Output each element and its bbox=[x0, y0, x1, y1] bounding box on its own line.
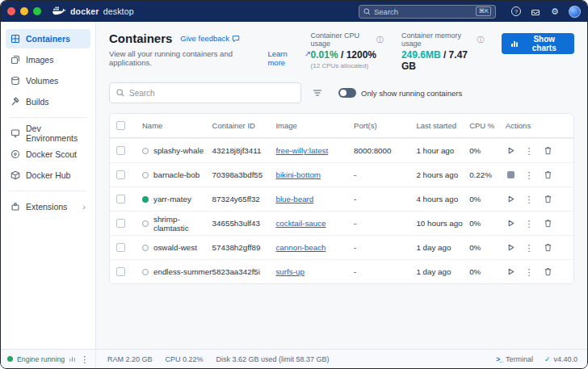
learn-more-link[interactable]: Learn more↗ bbox=[267, 49, 310, 67]
show-charts-button[interactable]: Show charts bbox=[502, 33, 574, 54]
image-link[interactable]: free-willy:latest bbox=[275, 146, 354, 155]
sidebar-item-docker-hub[interactable]: Docker Hub bbox=[6, 166, 90, 185]
zoom-window-button[interactable] bbox=[33, 7, 41, 15]
column-header-name[interactable]: Name bbox=[142, 121, 212, 130]
close-window-button[interactable] bbox=[7, 7, 15, 15]
column-header-cpu[interactable]: CPU % bbox=[469, 121, 506, 130]
terminal-button[interactable]: >_ Terminal bbox=[496, 355, 533, 363]
container-ports: - bbox=[354, 219, 416, 228]
container-id: 57438h2gff89 bbox=[212, 243, 276, 252]
filter-button[interactable] bbox=[309, 85, 326, 101]
row-checkbox[interactable] bbox=[116, 219, 125, 228]
engine-status-label: Engine running bbox=[17, 355, 65, 363]
sidebar-item-builds[interactable]: Builds bbox=[6, 92, 90, 111]
status-dot-running bbox=[142, 196, 149, 203]
notifications-button[interactable] bbox=[530, 6, 541, 17]
image-link[interactable]: cannon-beach bbox=[275, 243, 354, 252]
inbox-icon bbox=[531, 6, 540, 16]
info-icon[interactable]: ⓘ bbox=[477, 35, 484, 45]
memory-usage-stat: Container memory usageⓘ 249.6MB / 7.47 G… bbox=[401, 31, 485, 72]
start-button[interactable] bbox=[506, 219, 515, 229]
docker-desktop-window: dockerdesktop ⌘K ? ⚙ Contai bbox=[0, 0, 588, 369]
table-row[interactable]: splashy-whale 43218j8jf3411 free-willy:l… bbox=[110, 138, 573, 162]
row-checkbox[interactable] bbox=[116, 267, 125, 276]
row-menu-button[interactable]: ⋮ bbox=[524, 170, 534, 180]
column-header-container-id[interactable]: Container ID bbox=[212, 121, 276, 130]
table-row[interactable]: oswald-west 57438h2gff89 cannon-beach - … bbox=[110, 235, 573, 259]
image-link[interactable]: bikini-bottom bbox=[275, 170, 354, 179]
containers-search[interactable] bbox=[109, 82, 301, 103]
start-button[interactable] bbox=[506, 146, 515, 156]
table-row[interactable]: yarr-matey 87324y65ff32 blue-beard - 4 h… bbox=[110, 187, 573, 211]
start-button[interactable] bbox=[506, 267, 515, 277]
chart-icon bbox=[510, 40, 519, 48]
settings-button[interactable]: ⚙ bbox=[549, 6, 561, 17]
delete-button[interactable] bbox=[543, 146, 552, 156]
version-info[interactable]: ✓ v4.40.0 bbox=[544, 355, 578, 363]
delete-button[interactable] bbox=[543, 170, 552, 180]
row-menu-button[interactable]: ⋮ bbox=[524, 267, 534, 277]
row-menu-button[interactable]: ⋮ bbox=[524, 219, 534, 229]
global-search[interactable]: ⌘K bbox=[359, 5, 496, 19]
sidebar-item-volumes[interactable]: Volumes bbox=[6, 71, 90, 90]
page-subtitle: View all your running containers and app… bbox=[109, 49, 264, 67]
row-menu-button[interactable]: ⋮ bbox=[524, 146, 534, 156]
resource-usage-icon[interactable] bbox=[69, 355, 76, 363]
minimize-window-button[interactable] bbox=[20, 7, 28, 15]
start-button[interactable] bbox=[506, 243, 515, 253]
stop-button[interactable] bbox=[506, 170, 515, 180]
image-link[interactable]: cocktail-sauce bbox=[275, 219, 354, 228]
select-all-checkbox[interactable] bbox=[116, 121, 125, 130]
table-header: Name Container ID Image Port(s) Last sta… bbox=[110, 114, 573, 138]
app-subtitle: desktop bbox=[103, 6, 134, 16]
table-row[interactable]: endless-summer 5823aa342f5i surfs-up - 1… bbox=[110, 259, 573, 283]
give-feedback-link[interactable]: Give feedback bbox=[180, 34, 240, 43]
containers-search-input[interactable] bbox=[129, 89, 294, 98]
table-row[interactable]: shrimp-clamtastic 34655h3ulf43 cocktail-… bbox=[110, 211, 573, 235]
container-name: barnacle-bob bbox=[153, 170, 200, 179]
start-button[interactable] bbox=[506, 195, 515, 204]
sidebar-item-containers[interactable]: Containers bbox=[6, 29, 90, 48]
global-search-input[interactable] bbox=[374, 7, 472, 16]
delete-button[interactable] bbox=[543, 243, 552, 253]
row-checkbox[interactable] bbox=[116, 195, 125, 203]
row-checkbox[interactable] bbox=[116, 243, 125, 252]
sidebar-item-dev-environments[interactable]: Dev Environments bbox=[6, 124, 90, 143]
row-checkbox[interactable] bbox=[116, 170, 125, 179]
container-name: endless-summer bbox=[153, 267, 212, 276]
container-name: yarr-matey bbox=[153, 195, 191, 203]
column-header-last-started[interactable]: Last started bbox=[416, 121, 469, 130]
extensions-icon bbox=[10, 202, 20, 212]
sidebar-item-extensions[interactable]: Extensions › bbox=[6, 197, 90, 216]
container-cpu: 0% bbox=[469, 267, 506, 276]
help-button[interactable]: ? bbox=[510, 6, 522, 17]
images-icon bbox=[10, 55, 20, 65]
sidebar-item-docker-scout[interactable]: Docker Scout bbox=[6, 145, 90, 164]
engine-status: Engine running ⋮ bbox=[1, 350, 96, 368]
column-header-image[interactable]: Image bbox=[275, 121, 354, 130]
row-menu-button[interactable]: ⋮ bbox=[524, 195, 534, 204]
engine-menu-icon[interactable]: ⋮ bbox=[80, 354, 89, 364]
container-cpu: 0% bbox=[469, 243, 506, 252]
column-header-ports[interactable]: Port(s) bbox=[354, 121, 416, 130]
table-row[interactable]: barnacle-bob 70398a3bdf55 bikini-bottom … bbox=[110, 162, 573, 187]
delete-button[interactable] bbox=[543, 219, 552, 229]
info-icon[interactable]: ⓘ bbox=[376, 35, 384, 45]
image-link[interactable]: surfs-up bbox=[275, 267, 354, 276]
row-menu-button[interactable]: ⋮ bbox=[524, 243, 534, 253]
delete-button[interactable] bbox=[543, 267, 552, 277]
status-dot-stopped bbox=[142, 269, 149, 275]
feedback-bubble-icon bbox=[232, 35, 240, 43]
delete-button[interactable] bbox=[543, 195, 552, 204]
row-checkbox[interactable] bbox=[116, 146, 125, 155]
running-only-toggle[interactable] bbox=[338, 88, 356, 98]
sidebar-item-images[interactable]: Images bbox=[6, 50, 90, 69]
gear-icon: ⚙ bbox=[551, 6, 559, 17]
image-link[interactable]: blue-beard bbox=[275, 195, 354, 203]
container-last-started: 1 hour ago bbox=[416, 146, 469, 155]
user-avatar[interactable] bbox=[569, 6, 581, 18]
container-name: shrimp-clamtastic bbox=[153, 215, 212, 233]
volumes-icon bbox=[10, 76, 20, 86]
terminal-label: Terminal bbox=[506, 355, 533, 363]
containers-toolbar: Only show running containers bbox=[109, 82, 574, 103]
